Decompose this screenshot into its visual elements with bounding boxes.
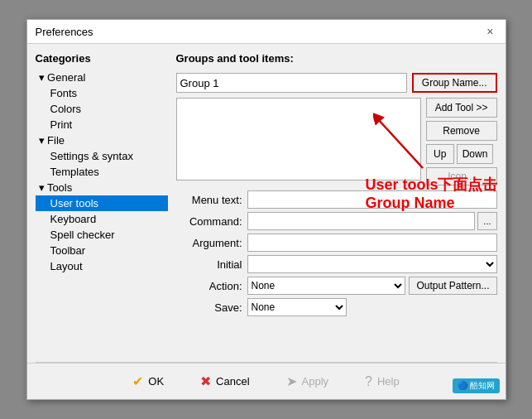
- ok-button[interactable]: ✔ OK: [122, 370, 174, 393]
- sidebar-item-tools[interactable]: ▾ Tools: [36, 180, 168, 195]
- title-bar: Preferences ×: [27, 20, 506, 44]
- command-input[interactable]: [247, 212, 476, 230]
- command-row: ...: [247, 212, 497, 230]
- dialog-body: Categories ▾ General Fonts Colors Print …: [27, 44, 506, 362]
- sidebar-item-fonts[interactable]: Fonts: [36, 85, 168, 101]
- argument-input[interactable]: [247, 234, 497, 252]
- help-button[interactable]: ? Help: [355, 370, 410, 393]
- sidebar-item-layout[interactable]: Layout: [36, 258, 168, 274]
- action-select[interactable]: None: [247, 277, 406, 295]
- apply-icon: ➤: [286, 373, 297, 389]
- right-panel: Groups and tool items: Group 1 Group Nam…: [176, 52, 497, 354]
- command-label: Command:: [176, 215, 242, 228]
- menu-text-label: Menu text:: [176, 194, 242, 206]
- sidebar-item-file[interactable]: ▾ File: [36, 132, 168, 148]
- preferences-dialog: Preferences × Categories ▾ General Fonts…: [26, 19, 506, 400]
- action-row: None Output Pattern...: [247, 277, 497, 295]
- cancel-icon: ✖: [200, 373, 211, 389]
- initial-select[interactable]: [247, 255, 497, 273]
- dialog-footer: ✔ OK ✖ Cancel ➤ Apply ? Help: [27, 363, 506, 399]
- group-row: Group 1 Group Name...: [176, 73, 497, 93]
- group-name-wrapper: Group Name...: [412, 73, 497, 93]
- form-fields: Menu text: Command: ... Argument: Initia…: [176, 190, 497, 316]
- close-button[interactable]: ×: [483, 25, 496, 38]
- groups-title: Groups and tool items:: [176, 52, 497, 65]
- cancel-label: Cancel: [216, 375, 249, 388]
- up-button[interactable]: Up: [426, 144, 454, 164]
- sidebar-item-templates[interactable]: Templates: [36, 164, 168, 180]
- tool-list[interactable]: [176, 98, 421, 181]
- tool-buttons: Add Tool >> Remove Up Down Icon...: [426, 98, 497, 185]
- watermark: 🔵 酷知网: [453, 378, 500, 393]
- apply-button[interactable]: ➤ Apply: [276, 370, 339, 393]
- dialog-title: Preferences: [36, 26, 93, 38]
- down-button[interactable]: Down: [457, 144, 494, 164]
- add-tool-button[interactable]: Add Tool >>: [426, 98, 497, 118]
- group-dropdown[interactable]: Group 1: [176, 73, 407, 93]
- sidebar-item-print[interactable]: Print: [36, 117, 168, 132]
- icon-button[interactable]: Icon...: [426, 167, 497, 185]
- help-icon: ?: [365, 374, 372, 389]
- output-pattern-button[interactable]: Output Pattern...: [409, 277, 496, 295]
- watermark-icon: 🔵: [458, 381, 467, 390]
- tool-area: Add Tool >> Remove Up Down Icon...: [176, 98, 497, 185]
- categories-title: Categories: [36, 52, 168, 65]
- left-panel: Categories ▾ General Fonts Colors Print …: [36, 52, 168, 354]
- save-label: Save:: [176, 301, 242, 314]
- initial-label: Initial: [176, 258, 242, 271]
- group-name-button[interactable]: Group Name...: [412, 73, 497, 93]
- save-select[interactable]: None: [247, 298, 347, 316]
- sidebar-item-general[interactable]: ▾ General: [36, 70, 168, 85]
- remove-button[interactable]: Remove: [426, 121, 497, 141]
- up-down-row: Up Down: [426, 144, 497, 164]
- sidebar-item-settings[interactable]: Settings & syntax: [36, 148, 168, 164]
- argument-label: Argument:: [176, 237, 242, 249]
- ok-icon: ✔: [132, 373, 143, 389]
- command-browse-button[interactable]: ...: [477, 212, 496, 230]
- help-label: Help: [377, 375, 400, 388]
- sidebar-item-toolbar[interactable]: Toolbar: [36, 243, 168, 258]
- cancel-button[interactable]: ✖ Cancel: [190, 370, 259, 393]
- menu-text-input[interactable]: [247, 190, 497, 209]
- sidebar-item-colors[interactable]: Colors: [36, 101, 168, 117]
- apply-label: Apply: [302, 375, 329, 388]
- sidebar-item-spell-checker[interactable]: Spell checker: [36, 227, 168, 243]
- sidebar-item-keyboard[interactable]: Keyboard: [36, 211, 168, 227]
- action-label: Action:: [176, 280, 242, 292]
- ok-label: OK: [148, 375, 164, 388]
- sidebar-item-user-tools[interactable]: User tools: [36, 195, 168, 211]
